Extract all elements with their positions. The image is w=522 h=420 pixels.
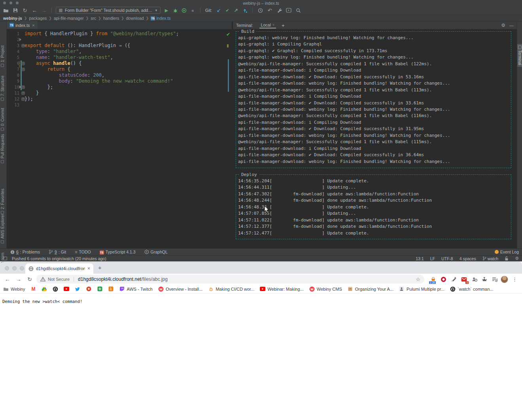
back-icon[interactable]: ← <box>31 7 38 14</box>
color-picker-extension-icon[interactable] <box>450 276 457 283</box>
minimize-panel-icon[interactable]: — <box>509 23 514 28</box>
tool-strip-aws-explorer[interactable]: AWS Explorer <box>0 214 5 243</box>
breadcrumb-item-src[interactable]: src <box>91 16 96 21</box>
close-tab-icon[interactable]: × <box>32 23 34 28</box>
coverage-icon[interactable] <box>180 7 187 14</box>
editor-tab-index-ts[interactable]: TS index.ts × <box>7 21 38 29</box>
close-window-icon[interactable] <box>3 2 6 4</box>
file-encoding[interactable]: UTF-8 <box>441 256 453 261</box>
close-window-icon[interactable] <box>5 266 9 271</box>
git-cherry-pick-icon[interactable] <box>241 7 248 14</box>
minimize-window-icon[interactable] <box>9 2 12 4</box>
back-icon[interactable]: ← <box>3 276 12 282</box>
breadcrumb-item-api-file-manager[interactable]: api-file-manager <box>54 16 84 21</box>
new-terminal-button[interactable]: + <box>282 23 285 28</box>
browser-tab[interactable]: d1hgd8csopkt4i.cloudfront.net × <box>25 263 93 274</box>
bookmark-item[interactable]: Webiny <box>3 286 25 292</box>
breadcrumb-item-webiny-js[interactable]: webiny-js <box>3 16 22 21</box>
bookmark-item[interactable]: AWS - Twitch <box>119 286 152 292</box>
playlist-extension-icon[interactable] <box>492 276 498 283</box>
code-area[interactable]: import { HandlerPlugin } from "@webiny/h… <box>25 29 232 248</box>
browser-window-controls[interactable] <box>5 266 24 271</box>
highlighting-level-icon[interactable]: ⚙ <box>515 256 519 261</box>
not-secure-label[interactable]: Not Secure <box>48 277 70 282</box>
breadcrumb-item-file[interactable]: TSindex.ts <box>151 16 170 21</box>
new-tab-button[interactable]: + <box>98 264 102 271</box>
bookmark-item[interactable]: λ <box>108 286 113 292</box>
run-anything-icon[interactable] <box>285 7 292 14</box>
code-line[interactable]: type: "handler", <box>25 49 232 55</box>
code-line[interactable]: return { <box>25 66 232 72</box>
code-line[interactable] <box>25 37 232 43</box>
close-terminal-tab-icon[interactable]: × <box>272 23 274 27</box>
code-line[interactable] <box>25 102 232 108</box>
bookmark-item[interactable] <box>97 286 102 292</box>
close-tab-icon[interactable]: × <box>87 266 90 271</box>
run-configuration-select[interactable]: Form Builder "Form" Test.should publish,… <box>56 7 161 14</box>
wrench-icon[interactable] <box>276 7 283 14</box>
breadcrumb-item-handlers[interactable]: handlers <box>103 16 119 21</box>
aws-cost-extension-icon[interactable]: 2.26 <box>430 276 437 283</box>
terminal-settings-icon[interactable]: ⚙ <box>501 23 505 28</box>
address-bar[interactable]: Not Secure d1hgd8csopkt4i.cloudfront.net… <box>36 275 424 284</box>
puzzle-extensions-icon[interactable] <box>481 276 488 283</box>
code-line[interactable]: async handle() { <box>25 61 232 66</box>
bookmark-item[interactable]: Making CI/CD wor... <box>208 286 254 292</box>
bookmark-item[interactable]: M <box>30 286 36 292</box>
window-controls[interactable] <box>3 2 19 4</box>
session-extension-icon[interactable] <box>471 276 478 283</box>
bookmark-item[interactable] <box>75 286 80 292</box>
forward-icon[interactable]: → <box>40 7 47 14</box>
terminal-body[interactable]: Build api-graphql: webiny log: Finished … <box>233 29 517 248</box>
tool-strip-2-favorites[interactable]: 2: Favorites <box>0 189 5 214</box>
sync-icon[interactable]: ↻ <box>21 7 28 14</box>
code-line[interactable]: export default (): HandlerPlugin ⇒ ({ <box>25 43 232 49</box>
bookmark-item[interactable] <box>42 286 47 292</box>
mail-extension-icon[interactable]: 5 <box>461 276 467 283</box>
code-line[interactable]: statusCode: 200, <box>25 72 232 78</box>
bottom-bar--problems[interactable]: 6: Problems <box>10 250 40 254</box>
tool-strip-pull-requests[interactable]: Pull Requests <box>0 134 5 163</box>
tool-strip-0-commit[interactable]: 0: Commit <box>0 108 5 131</box>
code-line[interactable]: import { HandlerPlugin } from "@webiny/h… <box>25 31 232 37</box>
caret-position[interactable]: 13:1 <box>416 256 424 261</box>
open-project-icon[interactable] <box>2 7 9 14</box>
unlock-icon[interactable] <box>505 256 509 261</box>
breadcrumb-item-packages[interactable]: packages <box>29 16 47 21</box>
tool-strip-7-structure[interactable]: 7: Structure <box>0 76 5 101</box>
indent-setting[interactable]: 4 spaces <box>460 256 476 261</box>
run-icon[interactable]: ▶ <box>163 7 170 14</box>
zoom-window-icon[interactable] <box>16 2 19 4</box>
bookmark-item[interactable]: WWebiny CMS <box>309 286 342 292</box>
bookmark-star-icon[interactable]: ☆ <box>416 276 420 282</box>
history-icon[interactable] <box>257 7 264 14</box>
bookmark-item[interactable] <box>64 286 69 292</box>
git-commit-icon[interactable]: ✔ <box>224 7 231 14</box>
code-line[interactable]: } <box>25 90 232 96</box>
bookmark-item[interactable]: `watch` comman... <box>450 286 493 292</box>
minimize-window-icon[interactable] <box>12 266 17 271</box>
bottom-bar--git[interactable]: 9: Git <box>49 250 66 254</box>
save-all-icon[interactable] <box>12 7 19 14</box>
git-push-icon[interactable]: ↗ <box>233 7 240 14</box>
zoom-window-icon[interactable] <box>20 266 24 271</box>
git-update-icon[interactable]: ↙ <box>215 7 222 14</box>
bookmark-item[interactable] <box>53 286 58 292</box>
line-ending[interactable]: LF <box>430 256 435 261</box>
rollback-icon[interactable]: ↶ <box>266 7 273 14</box>
bottom-bar-typescript-4-1-3[interactable]: TSTypeScript 4.1.3 <box>100 250 136 255</box>
code-line[interactable]: }); <box>25 96 232 102</box>
fold-arrow-icon[interactable] <box>19 38 21 41</box>
event-log-button[interactable]: Event Log <box>495 250 519 254</box>
bookmark-item[interactable]: WOverview - Install... <box>158 286 203 292</box>
tool-strip-terminal[interactable]: Terminal <box>517 44 522 67</box>
browser-menu-icon[interactable]: ⋮ <box>512 276 517 282</box>
bookmark-item[interactable] <box>86 286 91 292</box>
profile-avatar[interactable] <box>501 276 508 283</box>
stop-icon[interactable]: ■ <box>189 7 196 14</box>
debug-icon[interactable] <box>172 7 179 14</box>
bookmark-item[interactable]: Pulumi Multiple pr... <box>399 286 444 292</box>
forward-icon[interactable]: → <box>14 276 23 282</box>
code-editor[interactable]: 12345678910111213−−−−−− import { Handler… <box>7 29 232 248</box>
red-circle-extension-icon[interactable] <box>440 276 447 283</box>
